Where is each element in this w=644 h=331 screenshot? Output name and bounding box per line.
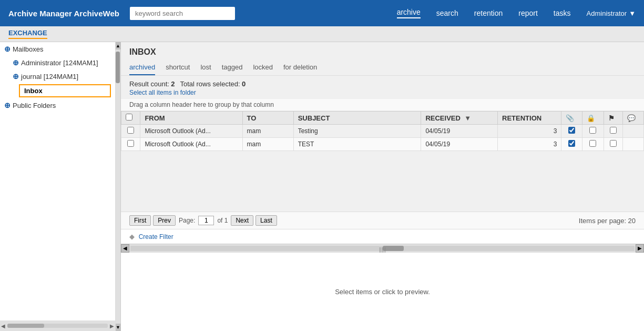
content-main: INBOX archived shortcut lost tagged lock… [121, 42, 644, 331]
tab-shortcut[interactable]: shortcut [166, 61, 190, 75]
tab-locked[interactable]: locked [253, 61, 273, 75]
table-row[interactable]: Microsoft Outlook (Ad... mam TEST 04/05/… [121, 138, 644, 151]
nav-search[interactable]: search [436, 9, 458, 17]
app-title: Archive Manager ArchiveWeb [8, 9, 119, 18]
attachment-icon: 📎 [566, 114, 574, 122]
row1-checkbox[interactable] [127, 127, 134, 134]
sidebar-scroll-left-icon[interactable]: ◀ [0, 323, 6, 329]
comment-icon: 💬 [627, 114, 636, 122]
prev-button[interactable]: Prev [153, 215, 176, 226]
nav-admin[interactable]: Administrator ▼ [587, 9, 636, 17]
nav-report[interactable]: report [518, 9, 538, 17]
row2-subject: TEST [293, 138, 421, 151]
sidebar-mailboxes-label: Mailboxes [13, 45, 44, 53]
sub-nav-title[interactable]: EXCHANGE [8, 29, 47, 39]
tabs: archived shortcut lost tagged locked for… [129, 61, 636, 75]
row2-check3[interactable] [610, 140, 617, 147]
row1-to: mam [242, 125, 293, 138]
sort-arrow-icon: ▼ [464, 114, 471, 122]
circle-plus-icon: ⊕ [4, 45, 11, 53]
col-header-to[interactable]: TO [242, 112, 293, 125]
circle-plus-icon: ⊕ [4, 101, 11, 109]
vscroll-thumb[interactable] [116, 52, 120, 83]
row1-col-check2 [582, 125, 604, 138]
col-header-subject[interactable]: SUBJECT [293, 112, 421, 125]
scroll-up-icon[interactable]: ▲ [116, 42, 121, 49]
sidebar-item-administrator[interactable]: ⊕ Administrator [124MAM1] [0, 56, 115, 69]
col-header-comment: 💬 [622, 112, 643, 125]
admin-label: Administrator [587, 9, 627, 17]
next-button[interactable]: Next [231, 215, 253, 226]
sidebar-item-journal[interactable]: ⊕ journal [124MAM1] [0, 69, 115, 83]
data-table: FROM TO SUBJECT RECEIVED ▼ [121, 111, 644, 151]
table-row[interactable]: Microsoft Outlook (Ad... mam Testing 04/… [121, 125, 644, 138]
last-button[interactable]: Last [255, 215, 277, 226]
content-with-scroll: ▲ ▼ INBOX archived shortcut lost tagged … [116, 42, 644, 331]
horizontal-scrollbar: ◀ ||||| ▶ [121, 244, 644, 252]
total-rows-value: 0 [242, 80, 246, 88]
sidebar-scroll-thumb[interactable] [7, 324, 44, 328]
drag-notice: Drag a column header here to group by th… [121, 98, 644, 111]
row2-col-check1 [561, 138, 582, 151]
lock-icon: 🔒 [587, 114, 595, 122]
total-rows-label: Total rows selected: [180, 80, 240, 88]
row1-col-check3 [604, 125, 622, 138]
col-header-retention[interactable]: RETENTION [498, 112, 561, 125]
filter-bar: ◆ Create Filter [121, 229, 644, 244]
tab-lost[interactable]: lost [200, 61, 211, 75]
vscroll-track [116, 49, 120, 324]
sidebar-hscroll: ◀ ▶ [0, 320, 115, 331]
sidebar-inbox-label: Inbox [24, 87, 43, 95]
row1-check1[interactable] [568, 127, 575, 134]
row2-col-check2 [582, 138, 604, 151]
col-header-lock: 🔒 [582, 112, 604, 125]
sidebar-item-mailboxes[interactable]: ⊕ Mailboxes [0, 42, 115, 56]
select-all-link[interactable]: Select all items in folder [129, 89, 636, 96]
result-count-value: 2 [171, 80, 175, 88]
tab-tagged[interactable]: tagged [222, 61, 243, 75]
flag-icon: ⚑ [608, 114, 615, 122]
page-input[interactable] [198, 216, 214, 225]
nav-retention[interactable]: retention [474, 9, 503, 17]
sidebar: ⊕ Mailboxes ⊕ Administrator [124MAM1] ⊕ … [0, 42, 116, 331]
row1-received: 04/05/19 [421, 125, 498, 138]
table-header-row: FROM TO SUBJECT RECEIVED ▼ [121, 112, 644, 125]
row1-check2[interactable] [589, 127, 596, 134]
result-bar: Result count: 2 Total rows selected: 0 S… [121, 76, 644, 98]
col-header-received[interactable]: RECEIVED ▼ [421, 112, 498, 125]
hscroll-label: ||||| [379, 246, 386, 254]
create-filter-link[interactable]: Create Filter [139, 233, 173, 240]
row1-check3[interactable] [610, 127, 617, 134]
tab-archived[interactable]: archived [129, 61, 155, 75]
hscroll-left-icon[interactable]: ◀ [121, 244, 129, 253]
scroll-down-icon[interactable]: ▼ [116, 324, 121, 331]
vertical-scrollbar: ▲ ▼ [116, 42, 121, 331]
hscroll-track: ||||| [130, 246, 635, 251]
sidebar-item-public-folders[interactable]: ⊕ Public Folders [0, 98, 115, 112]
row2-check1[interactable] [568, 140, 575, 147]
items-per-page-label: Items per page: 20 [579, 217, 636, 225]
col-header-from[interactable]: FROM [140, 112, 242, 125]
first-button[interactable]: First [129, 215, 151, 226]
hscroll-right-icon[interactable]: ▶ [636, 244, 644, 253]
nav-links: archive search retention report tasks Ad… [397, 8, 636, 18]
circle-plus-icon: ⊕ [13, 72, 19, 81]
row1-subject: Testing [293, 125, 421, 138]
sidebar-scroll-track [7, 324, 108, 328]
sidebar-scroll-right-icon[interactable]: ▶ [109, 323, 115, 329]
sidebar-journal-label: journal [124MAM1] [21, 73, 78, 81]
sidebar-administrator-label: Administrator [124MAM1] [21, 59, 98, 67]
of-label: of 1 [217, 217, 228, 224]
row2-check2[interactable] [589, 140, 596, 147]
select-all-checkbox[interactable] [126, 114, 132, 121]
sidebar-item-inbox[interactable]: Inbox [19, 84, 111, 97]
row2-checkbox[interactable] [127, 140, 134, 147]
keyword-search-input[interactable] [130, 7, 235, 20]
nav-tasks[interactable]: tasks [554, 9, 571, 17]
nav-archive[interactable]: archive [397, 8, 421, 18]
col-header-attachment: 📎 [561, 112, 582, 125]
inbox-title: INBOX [129, 47, 636, 57]
row2-to: mam [242, 138, 293, 151]
tab-for-deletion[interactable]: for deletion [283, 61, 317, 75]
page-label: Page: [179, 217, 195, 224]
